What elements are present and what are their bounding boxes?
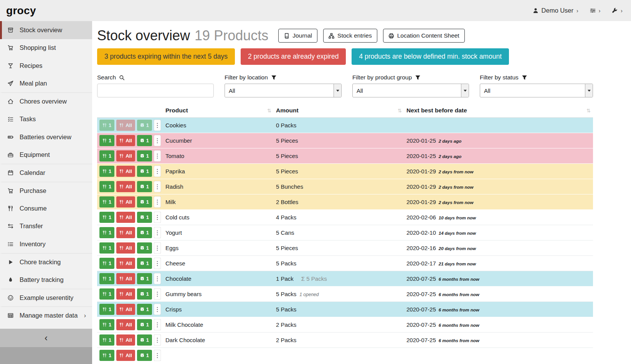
- sidebar-item-calendar[interactable]: Calendar: [0, 164, 92, 182]
- product-column-header[interactable]: Product⇅: [163, 104, 274, 118]
- consume-all-button[interactable]: All: [116, 212, 135, 223]
- user-menu[interactable]: Demo User ›: [533, 7, 578, 14]
- row-menu-button[interactable]: ⋮: [154, 166, 161, 177]
- open-one-button[interactable]: 1: [137, 242, 152, 254]
- consume-all-button[interactable]: All: [116, 304, 135, 315]
- open-one-button[interactable]: 1: [137, 166, 152, 177]
- status-filter-select[interactable]: All: [480, 84, 593, 97]
- open-one-button[interactable]: 1: [137, 334, 152, 346]
- row-menu-button[interactable]: ⋮: [154, 196, 161, 208]
- sidebar-item-tasks[interactable]: Tasks: [0, 110, 92, 128]
- consume-all-button[interactable]: All: [116, 135, 135, 146]
- consume-one-button[interactable]: 1: [99, 319, 114, 330]
- row-menu-button[interactable]: ⋮: [154, 334, 161, 346]
- consume-one-button[interactable]: 1: [99, 350, 114, 361]
- sidebar-item-chore-tracking[interactable]: Chore tracking: [0, 253, 92, 271]
- below-min-stock-banner[interactable]: 4 products are below defined min. stock …: [352, 48, 509, 65]
- consume-one-button[interactable]: 1: [99, 196, 114, 208]
- search-input[interactable]: [97, 84, 214, 97]
- open-one-button[interactable]: 1: [137, 258, 152, 269]
- consume-one-button[interactable]: 1: [99, 242, 114, 254]
- row-menu-button[interactable]: ⋮: [154, 150, 161, 161]
- expiring-soon-banner[interactable]: 3 products expiring within the next 5 da…: [97, 48, 235, 65]
- sidebar-item-recipes[interactable]: Recipes: [0, 57, 92, 75]
- open-one-button[interactable]: 1: [137, 212, 152, 223]
- sidebar-item-manage-master-data[interactable]: Manage master data›: [0, 306, 92, 324]
- row-menu-button[interactable]: ⋮: [154, 227, 161, 238]
- sort-icon[interactable]: ⇅: [267, 108, 271, 114]
- consume-one-button[interactable]: 1: [99, 135, 114, 146]
- row-menu-button[interactable]: ⋮: [154, 304, 161, 315]
- admin-settings-menu[interactable]: ›: [612, 8, 623, 14]
- sidebar-item-battery-tracking[interactable]: Battery tracking: [0, 271, 92, 289]
- amount-column-header[interactable]: Amount⇅: [274, 104, 404, 118]
- location-content-sheet-button[interactable]: Location Content Sheet: [383, 29, 465, 43]
- row-menu-button[interactable]: ⋮: [154, 288, 161, 300]
- consume-all-button[interactable]: All: [116, 319, 135, 330]
- sidebar-item-consume[interactable]: Consume: [0, 199, 92, 217]
- open-one-button[interactable]: 1: [137, 319, 152, 330]
- sidebar-item-purchase[interactable]: Purchase: [0, 182, 92, 200]
- app-logo[interactable]: grocy: [6, 5, 36, 17]
- already-expired-banner[interactable]: 2 products are already expired: [241, 48, 346, 65]
- product-group-filter-select[interactable]: All: [352, 84, 469, 97]
- best-before-column-header[interactable]: Next best before date⇅: [404, 104, 593, 118]
- open-one-button[interactable]: 1: [137, 288, 152, 300]
- sidebar-item-inventory[interactable]: Inventory: [0, 235, 92, 253]
- open-one-button[interactable]: 1: [137, 120, 152, 131]
- consume-all-button[interactable]: All: [116, 288, 135, 300]
- consume-one-button[interactable]: 1: [99, 181, 114, 192]
- consume-one-button[interactable]: 1: [99, 304, 114, 315]
- consume-one-button[interactable]: 1: [99, 212, 114, 223]
- sort-icon[interactable]: ⇅: [586, 108, 591, 114]
- consume-all-button[interactable]: All: [116, 120, 135, 131]
- row-menu-button[interactable]: ⋮: [154, 120, 161, 131]
- consume-one-button[interactable]: 1: [99, 227, 114, 238]
- consume-all-button[interactable]: All: [116, 227, 135, 238]
- sidebar-item-example-userentity[interactable]: Example userentity: [0, 289, 92, 307]
- consume-one-button[interactable]: 1: [99, 120, 114, 131]
- stock-entries-button[interactable]: Stock entries: [323, 29, 377, 43]
- sidebar-item-shopping-list[interactable]: Shopping list: [0, 39, 92, 57]
- consume-all-button[interactable]: All: [116, 181, 135, 192]
- consume-all-button[interactable]: All: [116, 242, 135, 254]
- consume-one-button[interactable]: 1: [99, 334, 114, 346]
- open-one-button[interactable]: 1: [137, 304, 152, 315]
- consume-all-button[interactable]: All: [116, 334, 135, 346]
- consume-one-button[interactable]: 1: [99, 150, 114, 161]
- consume-all-button[interactable]: All: [116, 258, 135, 269]
- consume-all-button[interactable]: All: [116, 150, 135, 161]
- consume-all-button[interactable]: All: [116, 196, 135, 208]
- row-menu-button[interactable]: ⋮: [154, 319, 161, 330]
- row-menu-button[interactable]: ⋮: [154, 258, 161, 269]
- consume-one-button[interactable]: 1: [99, 273, 114, 284]
- sidebar-item-chores-overview[interactable]: Chores overview: [0, 92, 92, 110]
- row-menu-button[interactable]: ⋮: [154, 242, 161, 254]
- open-one-button[interactable]: 1: [137, 273, 152, 284]
- row-menu-button[interactable]: ⋮: [154, 212, 161, 223]
- row-menu-button[interactable]: ⋮: [154, 135, 161, 146]
- sidebar-collapse-button[interactable]: ‹: [0, 329, 92, 347]
- consume-one-button[interactable]: 1: [99, 288, 114, 300]
- open-one-button[interactable]: 1: [137, 181, 152, 192]
- consume-all-button[interactable]: All: [116, 273, 135, 284]
- consume-all-button[interactable]: All: [116, 350, 135, 361]
- sidebar-item-equipment[interactable]: Equipment: [0, 146, 92, 164]
- open-one-button[interactable]: 1: [137, 227, 152, 238]
- consume-one-button[interactable]: 1: [99, 258, 114, 269]
- open-one-button[interactable]: 1: [137, 350, 152, 361]
- sidebar-item-stock-overview[interactable]: Stock overview: [0, 21, 92, 39]
- consume-one-button[interactable]: 1: [99, 166, 114, 177]
- open-one-button[interactable]: 1: [137, 196, 152, 208]
- row-menu-button[interactable]: ⋮: [154, 350, 161, 361]
- sidebar-item-transfer[interactable]: Transfer: [0, 217, 92, 236]
- row-menu-button[interactable]: ⋮: [154, 181, 161, 192]
- open-one-button[interactable]: 1: [137, 135, 152, 146]
- open-one-button[interactable]: 1: [137, 150, 152, 161]
- journal-button[interactable]: Journal: [278, 29, 317, 43]
- consume-all-button[interactable]: All: [116, 166, 135, 177]
- sidebar-item-batteries-overview[interactable]: Batteries overview: [0, 128, 92, 146]
- sort-icon[interactable]: ⇅: [398, 108, 402, 114]
- sidebar-item-meal-plan[interactable]: Meal plan: [0, 75, 92, 93]
- view-settings-menu[interactable]: ›: [590, 8, 601, 14]
